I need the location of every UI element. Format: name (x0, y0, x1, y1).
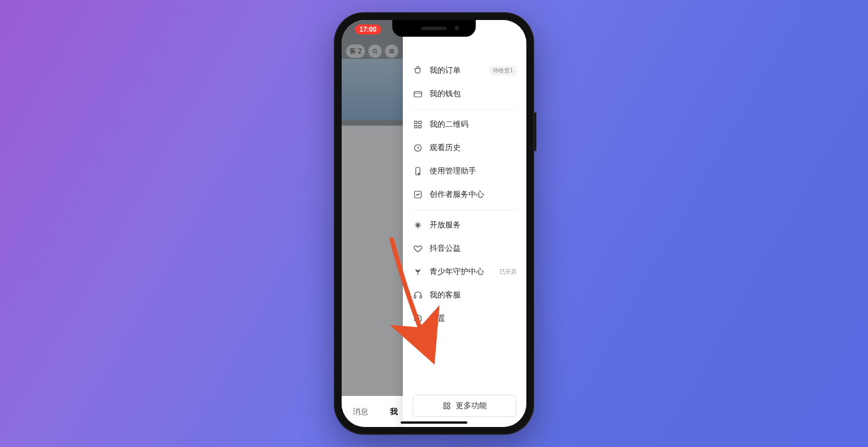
svg-rect-3 (419, 121, 422, 124)
menu-settings[interactable]: 设置 (413, 307, 516, 330)
top-toolbar-blur: 客 2 (346, 44, 398, 58)
divider (413, 109, 516, 110)
menu-wallet[interactable]: 我的钱包 (413, 82, 516, 106)
headset-icon (413, 290, 423, 300)
orders-badge: 待收货1 (490, 66, 516, 76)
svg-point-12 (417, 317, 420, 320)
phone-screen: 17:00 客 2 消息 我 我的订单 待收货1 (342, 20, 526, 427)
menu-youth-center[interactable]: 青少年守护中心 已开启 (413, 260, 516, 284)
menu-watch-history[interactable]: 观看历史 (413, 136, 516, 160)
menu-label: 抖音公益 (430, 244, 461, 254)
svg-point-8 (418, 173, 419, 174)
menu-icon (385, 44, 398, 58)
menu-creator-center[interactable]: 创作者服务中心 (413, 183, 516, 206)
svg-rect-5 (419, 126, 422, 128)
svg-rect-14 (447, 403, 450, 405)
tab-me[interactable]: 我 (390, 407, 398, 417)
grid-icon (442, 401, 451, 410)
menu-mgmt-assistant[interactable]: 使用管理助手 (413, 160, 516, 183)
spark-icon (413, 220, 423, 230)
svg-rect-15 (444, 406, 446, 409)
svg-rect-1 (414, 92, 422, 97)
youth-badge: 已开启 (500, 268, 516, 276)
menu-label: 开放服务 (430, 220, 461, 230)
sprout-icon (413, 267, 423, 277)
svg-rect-2 (415, 121, 417, 124)
menu-qrcode[interactable]: 我的二维码 (413, 113, 516, 136)
menu-label: 青少年守护中心 (430, 267, 484, 277)
side-drawer: 我的订单 待收货1 我的钱包 我的二维码 观看历史 (403, 20, 526, 427)
qrcode-icon (413, 120, 423, 130)
menu-label: 我的钱包 (430, 89, 461, 99)
menu-label: 我的客服 (430, 290, 461, 300)
clock-icon (413, 143, 423, 153)
bottom-tab-bar: 消息 我 (342, 396, 408, 427)
friends-pill: 客 2 (346, 44, 365, 58)
settings-icon (413, 314, 423, 324)
cart-icon (413, 66, 423, 76)
more-functions-button[interactable]: 更多功能 (413, 395, 516, 417)
search-icon (368, 44, 382, 58)
svg-point-0 (373, 49, 377, 53)
wallet-icon (413, 89, 423, 99)
menu-my-orders[interactable]: 我的订单 待收货1 (413, 59, 516, 82)
menu-open-services[interactable]: 开放服务 (413, 213, 516, 237)
phone-frame: 17:00 客 2 消息 我 我的订单 待收货1 (334, 12, 534, 435)
heart-icon (413, 244, 423, 254)
divider (413, 210, 516, 210)
menu-label: 观看历史 (430, 143, 461, 153)
tab-messages[interactable]: 消息 (353, 407, 368, 417)
menu-customer-service[interactable]: 我的客服 (413, 284, 516, 307)
svg-rect-4 (415, 126, 417, 128)
svg-rect-13 (444, 403, 446, 405)
menu-label: 我的二维码 (430, 120, 468, 130)
menu-label: 使用管理助手 (430, 166, 476, 176)
svg-rect-10 (414, 296, 416, 299)
notch (392, 20, 476, 37)
menu-label: 创作者服务中心 (430, 190, 484, 200)
side-button (534, 112, 536, 151)
menu-label: 设置 (430, 314, 445, 324)
svg-rect-11 (420, 296, 422, 299)
more-label: 更多功能 (456, 401, 487, 411)
chart-icon (413, 190, 423, 200)
svg-rect-16 (447, 406, 450, 409)
menu-label: 我的订单 (430, 66, 461, 76)
status-time-badge: 17:00 (355, 24, 381, 34)
home-indicator (401, 421, 467, 424)
phone-tool-icon (413, 166, 423, 176)
menu-charity[interactable]: 抖音公益 (413, 237, 516, 260)
